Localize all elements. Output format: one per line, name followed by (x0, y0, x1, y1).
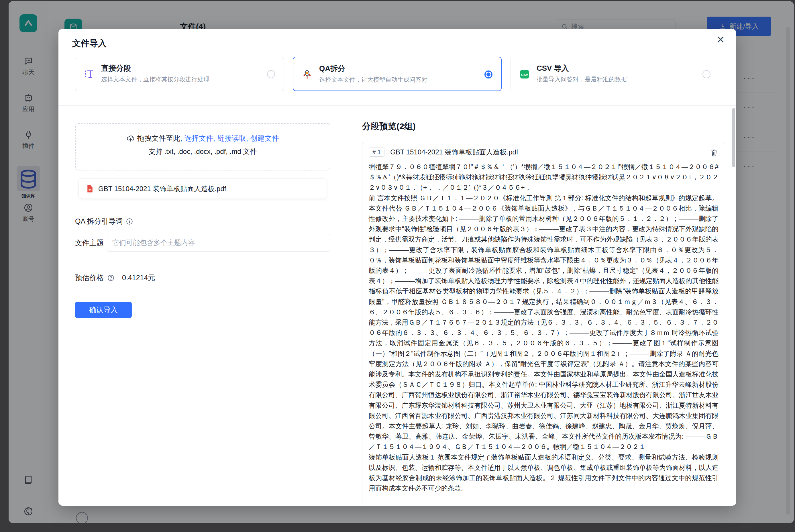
trash-icon[interactable] (710, 148, 719, 157)
radio-selected[interactable] (485, 71, 492, 78)
confirm-import-button[interactable]: 确认导入 (75, 302, 132, 318)
mode-desc: 选择文本文件，让大模型自动生成问答对 (319, 76, 428, 84)
file-import-modal: 文件导入 ✕ 直接分段 选择文本文件，直接将其按分段进行处理 QA拆分 选择文本… (58, 29, 736, 506)
mode-desc: 批量导入问答对，是最精准的数据 (536, 75, 627, 83)
info-icon[interactable] (126, 218, 133, 225)
uploaded-file-name: GBT 15104-2021 装饰单板贴面人造板.pdf (98, 184, 226, 193)
mode-title: 直接分段 (101, 63, 131, 73)
close-icon[interactable]: ✕ (716, 35, 725, 45)
segment-preview-title: 分段预览(2组) (362, 120, 416, 132)
select-file-link[interactable]: 选择文件, (185, 133, 215, 143)
rocket-icon (301, 69, 313, 80)
price-label: 预估价格 (75, 273, 104, 283)
mode-card-qa-split[interactable]: QA拆分 选择文本文件，让大模型自动生成问答对 (293, 57, 501, 91)
link-read-link[interactable]: 链接读取, (217, 133, 248, 143)
chunk-index-badge: # 1 (369, 148, 384, 157)
radio-unselected[interactable] (702, 70, 711, 78)
topic-input[interactable] (107, 234, 330, 251)
mode-card-direct-segment[interactable]: 直接分段 选择文本文件，直接将其按分段进行处理 (75, 57, 284, 91)
chunk-file-name: GBT 15104-2021 装饰单板贴面人造板.pdf (390, 148, 518, 157)
qa-prompt-label: QA 拆分引导词 (75, 216, 123, 226)
mode-title: QA拆分 (319, 63, 345, 74)
file-dropzone[interactable]: 拖拽文件至此, 选择文件, 链接读取, 创建文件 支持 .txt, .doc, … (75, 123, 330, 170)
pdf-file-icon: PDF (86, 185, 94, 193)
dropzone-text: 拖拽文件至此, (137, 133, 182, 143)
uploaded-file-item[interactable]: PDF GBT 15104-2021 装饰单板贴面人造板.pdf (78, 178, 327, 199)
price-value: 0.41214元 (122, 273, 155, 283)
divider (58, 106, 736, 106)
modal-scrollbar-thumb[interactable] (732, 108, 735, 167)
topic-label: 文件主题 (75, 234, 107, 251)
chunk-preview-card: # 1 GBT 15104-2021 装饰单板贴面人造板.pdf 犐犆犛７９．０… (362, 142, 725, 506)
mode-title: CSV 导入 (536, 63, 569, 73)
svg-text:CSV: CSV (521, 73, 528, 76)
create-file-link[interactable]: 创建文件 (250, 133, 279, 143)
radio-unselected[interactable] (267, 70, 275, 78)
csv-file-icon: CSV (519, 69, 530, 80)
chunk-text: 犐犆犛７９．０６０犆犆犛犅７０!"＃＄％＆＇（'）*犌犅／犜１５１０４—２０２１… (369, 162, 719, 494)
segment-icon (83, 69, 95, 80)
mode-card-csv-import[interactable]: CSV CSV 导入 批量导入问答对，是最精准的数据 (511, 57, 719, 91)
svg-text:PDF: PDF (88, 189, 92, 191)
cloud-upload-icon (126, 134, 135, 142)
help-icon[interactable] (107, 274, 115, 282)
supported-types-text: 支持 .txt, .doc, .docx, .pdf, .md 文件 (76, 147, 330, 156)
mode-desc: 选择文本文件，直接将其按分段进行处理 (101, 75, 209, 83)
modal-title: 文件导入 (72, 38, 107, 49)
